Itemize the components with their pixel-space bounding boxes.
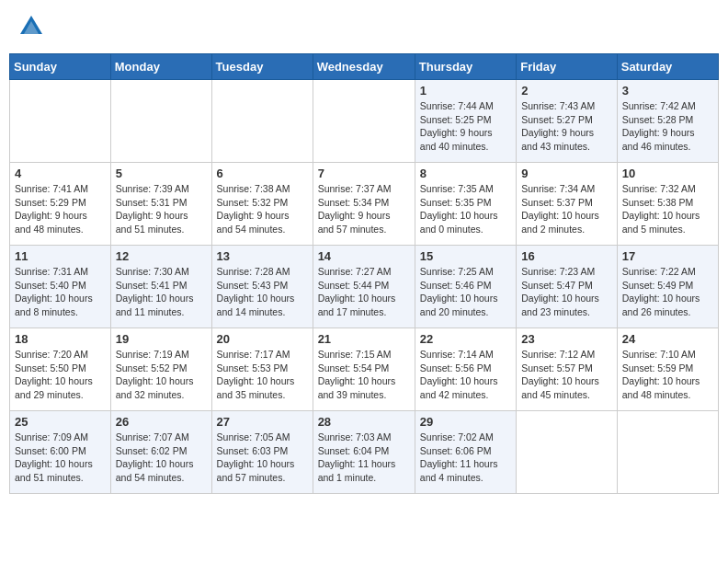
day-info: Sunrise: 7:23 AM Sunset: 5:47 PM Dayligh… xyxy=(521,265,612,319)
day-info: Sunrise: 7:15 AM Sunset: 5:54 PM Dayligh… xyxy=(318,348,410,402)
day-number: 16 xyxy=(521,249,612,263)
day-number: 18 xyxy=(15,332,106,346)
calendar-cell: 19Sunrise: 7:19 AM Sunset: 5:52 PM Dayli… xyxy=(110,328,211,411)
day-number: 7 xyxy=(318,167,410,180)
day-number: 26 xyxy=(116,415,207,429)
calendar-cell xyxy=(211,80,313,163)
day-number: 13 xyxy=(217,249,308,263)
day-number: 20 xyxy=(217,332,308,346)
day-info: Sunrise: 7:34 AM Sunset: 5:37 PM Dayligh… xyxy=(521,182,612,236)
day-info: Sunrise: 7:27 AM Sunset: 5:44 PM Dayligh… xyxy=(318,265,410,319)
calendar-cell xyxy=(617,411,718,494)
day-info: Sunrise: 7:30 AM Sunset: 5:41 PM Dayligh… xyxy=(116,265,207,319)
calendar-week-row: 1Sunrise: 7:44 AM Sunset: 5:25 PM Daylig… xyxy=(10,80,719,163)
day-info: Sunrise: 7:32 AM Sunset: 5:38 PM Dayligh… xyxy=(622,182,713,236)
calendar-cell xyxy=(110,80,211,163)
calendar-cell: 26Sunrise: 7:07 AM Sunset: 6:02 PM Dayli… xyxy=(110,411,211,494)
logo-icon xyxy=(18,14,44,40)
calendar-cell: 28Sunrise: 7:03 AM Sunset: 6:04 PM Dayli… xyxy=(313,411,415,494)
day-info: Sunrise: 7:07 AM Sunset: 6:02 PM Dayligh… xyxy=(116,431,207,485)
day-number: 14 xyxy=(318,249,410,263)
weekday-header-tuesday: Tuesday xyxy=(211,54,313,80)
calendar-cell: 10Sunrise: 7:32 AM Sunset: 5:38 PM Dayli… xyxy=(617,163,718,246)
day-number: 24 xyxy=(622,332,713,346)
day-info: Sunrise: 7:39 AM Sunset: 5:31 PM Dayligh… xyxy=(116,182,207,236)
calendar-week-row: 18Sunrise: 7:20 AM Sunset: 5:50 PM Dayli… xyxy=(10,328,719,411)
calendar-cell: 2Sunrise: 7:43 AM Sunset: 5:27 PM Daylig… xyxy=(517,80,618,163)
calendar-cell: 17Sunrise: 7:22 AM Sunset: 5:49 PM Dayli… xyxy=(617,246,718,328)
day-info: Sunrise: 7:44 AM Sunset: 5:25 PM Dayligh… xyxy=(420,99,511,154)
day-number: 9 xyxy=(521,167,612,180)
day-number: 3 xyxy=(622,84,713,98)
day-info: Sunrise: 7:25 AM Sunset: 5:46 PM Dayligh… xyxy=(420,265,511,319)
calendar-cell: 18Sunrise: 7:20 AM Sunset: 5:50 PM Dayli… xyxy=(10,328,111,411)
calendar-week-row: 11Sunrise: 7:31 AM Sunset: 5:40 PM Dayli… xyxy=(10,246,719,328)
calendar-cell: 4Sunrise: 7:41 AM Sunset: 5:29 PM Daylig… xyxy=(10,163,111,246)
day-number: 27 xyxy=(217,415,308,429)
calendar-cell: 27Sunrise: 7:05 AM Sunset: 6:03 PM Dayli… xyxy=(211,411,313,494)
calendar-cell: 7Sunrise: 7:37 AM Sunset: 5:34 PM Daylig… xyxy=(313,163,415,246)
weekday-header-row: SundayMondayTuesdayWednesdayThursdayFrid… xyxy=(10,54,719,80)
day-info: Sunrise: 7:03 AM Sunset: 6:04 PM Dayligh… xyxy=(318,431,410,485)
day-number: 29 xyxy=(420,415,511,429)
calendar-cell: 15Sunrise: 7:25 AM Sunset: 5:46 PM Dayli… xyxy=(415,246,516,328)
calendar-cell: 12Sunrise: 7:30 AM Sunset: 5:41 PM Dayli… xyxy=(110,246,211,328)
day-info: Sunrise: 7:41 AM Sunset: 5:29 PM Dayligh… xyxy=(15,182,106,236)
weekday-header-saturday: Saturday xyxy=(617,54,718,80)
day-info: Sunrise: 7:17 AM Sunset: 5:53 PM Dayligh… xyxy=(217,348,308,402)
day-info: Sunrise: 7:31 AM Sunset: 5:40 PM Dayligh… xyxy=(15,265,106,319)
weekday-header-wednesday: Wednesday xyxy=(313,54,415,80)
day-info: Sunrise: 7:02 AM Sunset: 6:06 PM Dayligh… xyxy=(420,431,511,485)
day-info: Sunrise: 7:28 AM Sunset: 5:43 PM Dayligh… xyxy=(217,265,308,319)
day-number: 25 xyxy=(15,415,106,429)
weekday-header-thursday: Thursday xyxy=(415,54,516,80)
day-number: 6 xyxy=(217,167,308,180)
calendar-cell: 22Sunrise: 7:14 AM Sunset: 5:56 PM Dayli… xyxy=(415,328,516,411)
calendar-cell: 23Sunrise: 7:12 AM Sunset: 5:57 PM Dayli… xyxy=(517,328,618,411)
calendar-cell: 24Sunrise: 7:10 AM Sunset: 5:59 PM Dayli… xyxy=(617,328,718,411)
day-info: Sunrise: 7:05 AM Sunset: 6:03 PM Dayligh… xyxy=(217,431,308,485)
day-info: Sunrise: 7:35 AM Sunset: 5:35 PM Dayligh… xyxy=(420,182,511,236)
page-header xyxy=(9,9,719,44)
day-number: 4 xyxy=(15,167,106,180)
calendar-cell: 1Sunrise: 7:44 AM Sunset: 5:25 PM Daylig… xyxy=(415,80,516,163)
calendar-cell: 20Sunrise: 7:17 AM Sunset: 5:53 PM Dayli… xyxy=(211,328,313,411)
day-info: Sunrise: 7:43 AM Sunset: 5:27 PM Dayligh… xyxy=(521,99,612,154)
calendar-cell xyxy=(517,411,618,494)
calendar-cell: 9Sunrise: 7:34 AM Sunset: 5:37 PM Daylig… xyxy=(517,163,618,246)
day-number: 22 xyxy=(420,332,511,346)
weekday-header-sunday: Sunday xyxy=(10,54,111,80)
weekday-header-monday: Monday xyxy=(110,54,211,80)
calendar-cell: 16Sunrise: 7:23 AM Sunset: 5:47 PM Dayli… xyxy=(517,246,618,328)
day-number: 21 xyxy=(318,332,410,346)
calendar-cell: 3Sunrise: 7:42 AM Sunset: 5:28 PM Daylig… xyxy=(617,80,718,163)
calendar-cell: 25Sunrise: 7:09 AM Sunset: 6:00 PM Dayli… xyxy=(10,411,111,494)
day-number: 11 xyxy=(15,249,106,263)
day-number: 23 xyxy=(521,332,612,346)
calendar-week-row: 25Sunrise: 7:09 AM Sunset: 6:00 PM Dayli… xyxy=(10,411,719,494)
day-number: 5 xyxy=(116,167,207,180)
day-number: 12 xyxy=(116,249,207,263)
day-info: Sunrise: 7:22 AM Sunset: 5:49 PM Dayligh… xyxy=(622,265,713,319)
calendar-cell: 29Sunrise: 7:02 AM Sunset: 6:06 PM Dayli… xyxy=(415,411,516,494)
day-number: 19 xyxy=(116,332,207,346)
calendar-week-row: 4Sunrise: 7:41 AM Sunset: 5:29 PM Daylig… xyxy=(10,163,719,246)
calendar-cell: 13Sunrise: 7:28 AM Sunset: 5:43 PM Dayli… xyxy=(211,246,313,328)
logo xyxy=(18,14,48,40)
day-number: 28 xyxy=(318,415,410,429)
calendar-cell: 8Sunrise: 7:35 AM Sunset: 5:35 PM Daylig… xyxy=(415,163,516,246)
day-number: 17 xyxy=(622,249,713,263)
calendar-cell: 11Sunrise: 7:31 AM Sunset: 5:40 PM Dayli… xyxy=(10,246,111,328)
day-number: 15 xyxy=(420,249,511,263)
day-number: 10 xyxy=(622,167,713,180)
day-info: Sunrise: 7:38 AM Sunset: 5:32 PM Dayligh… xyxy=(217,182,308,236)
calendar-cell: 14Sunrise: 7:27 AM Sunset: 5:44 PM Dayli… xyxy=(313,246,415,328)
day-info: Sunrise: 7:37 AM Sunset: 5:34 PM Dayligh… xyxy=(318,182,410,236)
calendar-cell: 6Sunrise: 7:38 AM Sunset: 5:32 PM Daylig… xyxy=(211,163,313,246)
calendar: SundayMondayTuesdayWednesdayThursdayFrid… xyxy=(9,53,719,494)
day-info: Sunrise: 7:14 AM Sunset: 5:56 PM Dayligh… xyxy=(420,348,511,402)
calendar-cell: 5Sunrise: 7:39 AM Sunset: 5:31 PM Daylig… xyxy=(110,163,211,246)
day-info: Sunrise: 7:42 AM Sunset: 5:28 PM Dayligh… xyxy=(622,99,713,154)
calendar-cell xyxy=(313,80,415,163)
day-info: Sunrise: 7:12 AM Sunset: 5:57 PM Dayligh… xyxy=(521,348,612,402)
